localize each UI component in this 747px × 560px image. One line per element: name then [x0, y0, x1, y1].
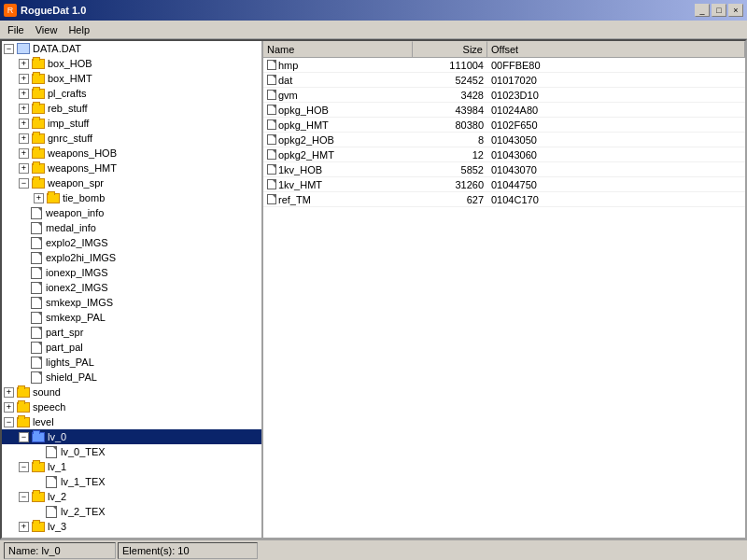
file-icon — [29, 251, 44, 264]
expand-button[interactable]: + — [19, 148, 29, 159]
expand-button[interactable]: + — [19, 119, 29, 129]
tree-item[interactable]: ionex2_IMGS — [2, 280, 261, 295]
status-bar: Name: lv_0 Element(s): 10 — [0, 539, 747, 560]
expand-button[interactable]: + — [19, 89, 29, 99]
list-row[interactable]: 1kv_HMT3126001044750 — [263, 177, 745, 192]
tree-item[interactable]: +box_HMT — [2, 71, 261, 86]
tree-item[interactable]: +weapons_HMT — [2, 161, 261, 175]
tree-item[interactable]: +tie_bomb — [2, 190, 261, 205]
file-icon — [29, 266, 44, 279]
tree-item[interactable]: −DATA.DAT — [2, 41, 261, 56]
tree-item[interactable]: part_pal — [2, 340, 261, 355]
expand-button[interactable]: + — [19, 522, 29, 532]
folder-icon — [46, 191, 61, 204]
expand-button[interactable]: − — [19, 492, 29, 502]
tree-item[interactable]: medal_info — [2, 220, 261, 235]
close-button[interactable]: × — [728, 4, 743, 17]
list-row[interactable]: opkg2_HOB801043050 — [263, 133, 745, 147]
expand-button[interactable]: − — [19, 178, 29, 189]
menu-help[interactable]: Help — [63, 22, 95, 37]
expand-button[interactable]: + — [19, 59, 29, 69]
status-right: Element(s): 10 — [118, 542, 258, 559]
tree-item-label: lv_3 — [48, 521, 66, 532]
tree-item[interactable]: −lv_1 — [2, 459, 261, 474]
tree-item-label: weapon_info — [46, 207, 104, 218]
menu-file[interactable]: File — [2, 22, 30, 37]
file-icon — [29, 341, 44, 354]
expand-button[interactable]: + — [4, 402, 14, 413]
tree-item-label: level — [33, 416, 54, 427]
folder-icon — [31, 87, 46, 100]
tree-item-label: part_spr — [46, 327, 83, 338]
tree-item[interactable]: part_spr — [2, 325, 261, 340]
list-row[interactable]: dat5245201017020 — [263, 73, 745, 88]
tree-item-label: smkexp_PAL — [46, 312, 106, 323]
tree-item[interactable]: +lv_3 — [2, 519, 261, 534]
tree-item[interactable]: +reb_stuff — [2, 101, 261, 116]
tree-item-label: lv_1 — [48, 461, 66, 472]
list-cell-offset: 00FFBE80 — [487, 60, 745, 71]
tree-item[interactable]: −lv_0 — [2, 429, 261, 444]
expand-button[interactable]: + — [4, 387, 14, 398]
file-icon — [29, 281, 44, 294]
expand-button[interactable]: + — [34, 193, 44, 203]
tree-item[interactable]: smkexp_PAL — [2, 310, 261, 325]
list-cell-name: opkg_HOB — [263, 105, 413, 116]
expand-button[interactable]: + — [19, 163, 29, 174]
tree-item-label: explo2_IMGS — [46, 237, 108, 248]
tree-panel[interactable]: −DATA.DAT+box_HOB+box_HMT+pl_crafts+reb_… — [2, 41, 263, 538]
col-header-name[interactable]: Name — [263, 41, 413, 57]
tree-item-label: medal_info — [46, 222, 96, 233]
tree-item[interactable]: −weapon_spr — [2, 175, 261, 190]
tree-item[interactable]: +pl_crafts — [2, 86, 261, 101]
expand-button[interactable]: − — [4, 44, 14, 54]
list-row[interactable]: 1kv_HOB585201043070 — [263, 162, 745, 177]
tree-item[interactable]: +speech — [2, 399, 261, 414]
tree-item[interactable]: −level — [2, 414, 261, 429]
list-row[interactable]: hmp11100400FFBE80 — [263, 58, 745, 73]
tree-item-label: tie_bomb — [63, 192, 105, 203]
tree-item[interactable]: weapon_info — [2, 205, 261, 220]
minimize-button[interactable]: _ — [695, 4, 710, 17]
tree-item-label: pl_crafts — [48, 88, 87, 99]
tree-item-label: lv_1_TEX — [61, 476, 106, 487]
tree-item[interactable]: +imp_stuff — [2, 116, 261, 131]
expand-button[interactable]: + — [19, 104, 29, 114]
list-row[interactable]: opkg_HMT803800102F650 — [263, 118, 745, 133]
file-icon — [29, 356, 44, 369]
expand-button[interactable]: − — [19, 432, 29, 442]
folder-icon — [31, 161, 46, 175]
tree-item[interactable]: +sound — [2, 385, 261, 399]
col-header-size[interactable]: Size — [413, 41, 487, 57]
tree-item[interactable]: shield_PAL — [2, 370, 261, 385]
tree-item-label: DATA.DAT — [33, 43, 81, 54]
tree-item[interactable]: −lv_2 — [2, 489, 261, 504]
expand-button[interactable]: − — [19, 462, 29, 472]
list-row[interactable]: gvm342801023D10 — [263, 88, 745, 103]
tree-item[interactable]: ionexp_IMGS — [2, 265, 261, 280]
expand-button[interactable]: − — [4, 417, 14, 427]
file-icon — [29, 206, 44, 219]
list-cell-size: 52452 — [413, 75, 487, 86]
list-row[interactable]: opkg_HOB4398401024A80 — [263, 103, 745, 118]
maximize-button[interactable]: □ — [712, 4, 726, 17]
tree-item[interactable]: lv_2_TEX — [2, 504, 261, 519]
expand-button[interactable]: + — [19, 133, 29, 144]
tree-item[interactable]: +weapons_HOB — [2, 146, 261, 161]
tree-item[interactable]: explo2_IMGS — [2, 235, 261, 250]
folder-icon — [31, 490, 46, 503]
tree-item-label: lights_PAL — [46, 357, 94, 368]
tree-item[interactable]: lv_0_TEX — [2, 444, 261, 459]
col-header-offset[interactable]: Offset — [487, 41, 745, 57]
tree-item[interactable]: explo2hi_IMGS — [2, 250, 261, 265]
tree-item[interactable]: lights_PAL — [2, 355, 261, 370]
tree-item[interactable]: smkexp_IMGS — [2, 295, 261, 310]
expand-button[interactable]: + — [19, 74, 29, 84]
list-row[interactable]: ref_TM6270104C170 — [263, 192, 745, 207]
tree-item[interactable]: lv_1_TEX — [2, 474, 261, 489]
tree-item[interactable]: +gnrc_stuff — [2, 131, 261, 146]
menu-view[interactable]: View — [30, 22, 63, 37]
list-row[interactable]: opkg2_HMT1201043060 — [263, 147, 745, 162]
tree-item-label: shield_PAL — [46, 371, 97, 383]
tree-item[interactable]: +box_HOB — [2, 56, 261, 71]
